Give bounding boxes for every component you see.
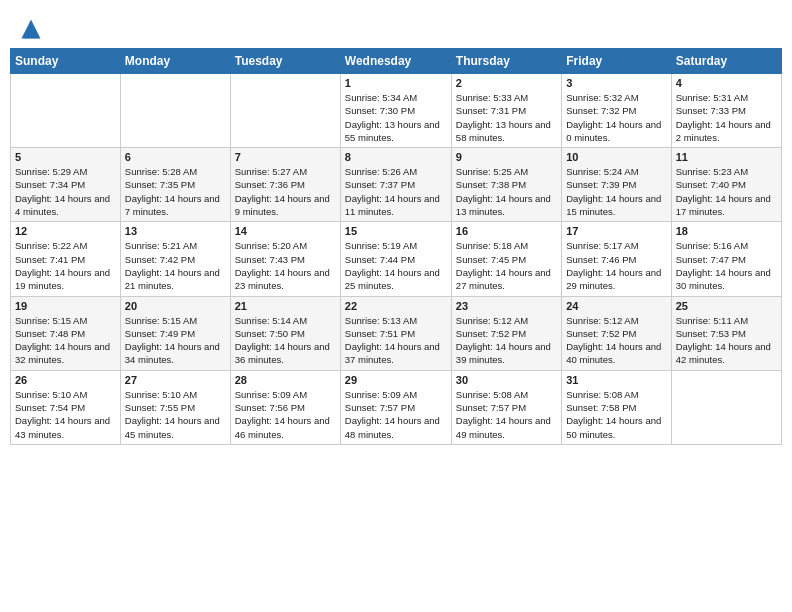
day-info: Sunrise: 5:25 AMSunset: 7:38 PMDaylight:… [456, 165, 557, 218]
day-info: Sunrise: 5:12 AMSunset: 7:52 PMDaylight:… [456, 314, 557, 367]
calendar-cell: 11Sunrise: 5:23 AMSunset: 7:40 PMDayligh… [671, 148, 781, 222]
day-number: 25 [676, 300, 777, 312]
calendar-cell: 4Sunrise: 5:31 AMSunset: 7:33 PMDaylight… [671, 74, 781, 148]
day-info: Sunrise: 5:15 AMSunset: 7:49 PMDaylight:… [125, 314, 226, 367]
day-info: Sunrise: 5:12 AMSunset: 7:52 PMDaylight:… [566, 314, 666, 367]
day-number: 13 [125, 225, 226, 237]
weekday-header: Friday [562, 49, 671, 74]
day-info: Sunrise: 5:10 AMSunset: 7:54 PMDaylight:… [15, 388, 116, 441]
day-info: Sunrise: 5:34 AMSunset: 7:30 PMDaylight:… [345, 91, 447, 144]
calendar-cell: 5Sunrise: 5:29 AMSunset: 7:34 PMDaylight… [11, 148, 121, 222]
day-number: 14 [235, 225, 336, 237]
calendar-cell: 31Sunrise: 5:08 AMSunset: 7:58 PMDayligh… [562, 370, 671, 444]
day-number: 20 [125, 300, 226, 312]
calendar-cell: 16Sunrise: 5:18 AMSunset: 7:45 PMDayligh… [451, 222, 561, 296]
calendar-cell: 23Sunrise: 5:12 AMSunset: 7:52 PMDayligh… [451, 296, 561, 370]
calendar-cell: 8Sunrise: 5:26 AMSunset: 7:37 PMDaylight… [340, 148, 451, 222]
calendar-cell: 26Sunrise: 5:10 AMSunset: 7:54 PMDayligh… [11, 370, 121, 444]
day-info: Sunrise: 5:18 AMSunset: 7:45 PMDaylight:… [456, 239, 557, 292]
calendar-cell: 12Sunrise: 5:22 AMSunset: 7:41 PMDayligh… [11, 222, 121, 296]
day-info: Sunrise: 5:22 AMSunset: 7:41 PMDaylight:… [15, 239, 116, 292]
weekday-header: Wednesday [340, 49, 451, 74]
calendar-cell: 13Sunrise: 5:21 AMSunset: 7:42 PMDayligh… [120, 222, 230, 296]
calendar-cell: 3Sunrise: 5:32 AMSunset: 7:32 PMDaylight… [562, 74, 671, 148]
calendar-cell: 19Sunrise: 5:15 AMSunset: 7:48 PMDayligh… [11, 296, 121, 370]
day-info: Sunrise: 5:33 AMSunset: 7:31 PMDaylight:… [456, 91, 557, 144]
calendar-cell: 20Sunrise: 5:15 AMSunset: 7:49 PMDayligh… [120, 296, 230, 370]
day-info: Sunrise: 5:17 AMSunset: 7:46 PMDaylight:… [566, 239, 666, 292]
day-number: 21 [235, 300, 336, 312]
calendar-cell: 29Sunrise: 5:09 AMSunset: 7:57 PMDayligh… [340, 370, 451, 444]
day-number: 5 [15, 151, 116, 163]
calendar-cell [120, 74, 230, 148]
day-info: Sunrise: 5:27 AMSunset: 7:36 PMDaylight:… [235, 165, 336, 218]
day-number: 29 [345, 374, 447, 386]
weekday-header: Tuesday [230, 49, 340, 74]
day-info: Sunrise: 5:09 AMSunset: 7:57 PMDaylight:… [345, 388, 447, 441]
calendar-cell: 10Sunrise: 5:24 AMSunset: 7:39 PMDayligh… [562, 148, 671, 222]
calendar-cell: 24Sunrise: 5:12 AMSunset: 7:52 PMDayligh… [562, 296, 671, 370]
day-number: 10 [566, 151, 666, 163]
day-info: Sunrise: 5:10 AMSunset: 7:55 PMDaylight:… [125, 388, 226, 441]
calendar-cell: 25Sunrise: 5:11 AMSunset: 7:53 PMDayligh… [671, 296, 781, 370]
day-number: 18 [676, 225, 777, 237]
day-number: 12 [15, 225, 116, 237]
day-info: Sunrise: 5:08 AMSunset: 7:58 PMDaylight:… [566, 388, 666, 441]
day-info: Sunrise: 5:11 AMSunset: 7:53 PMDaylight:… [676, 314, 777, 367]
calendar-cell: 17Sunrise: 5:17 AMSunset: 7:46 PMDayligh… [562, 222, 671, 296]
weekday-header: Thursday [451, 49, 561, 74]
day-number: 3 [566, 77, 666, 89]
calendar-cell [230, 74, 340, 148]
calendar-cell: 15Sunrise: 5:19 AMSunset: 7:44 PMDayligh… [340, 222, 451, 296]
day-number: 24 [566, 300, 666, 312]
day-number: 15 [345, 225, 447, 237]
day-info: Sunrise: 5:26 AMSunset: 7:37 PMDaylight:… [345, 165, 447, 218]
day-info: Sunrise: 5:19 AMSunset: 7:44 PMDaylight:… [345, 239, 447, 292]
day-number: 19 [15, 300, 116, 312]
weekday-header: Monday [120, 49, 230, 74]
calendar-table: SundayMondayTuesdayWednesdayThursdayFrid… [10, 48, 782, 445]
day-number: 27 [125, 374, 226, 386]
day-info: Sunrise: 5:16 AMSunset: 7:47 PMDaylight:… [676, 239, 777, 292]
day-info: Sunrise: 5:15 AMSunset: 7:48 PMDaylight:… [15, 314, 116, 367]
calendar-cell [671, 370, 781, 444]
day-info: Sunrise: 5:28 AMSunset: 7:35 PMDaylight:… [125, 165, 226, 218]
weekday-header: Saturday [671, 49, 781, 74]
day-number: 1 [345, 77, 447, 89]
calendar-cell: 9Sunrise: 5:25 AMSunset: 7:38 PMDaylight… [451, 148, 561, 222]
day-info: Sunrise: 5:24 AMSunset: 7:39 PMDaylight:… [566, 165, 666, 218]
day-info: Sunrise: 5:13 AMSunset: 7:51 PMDaylight:… [345, 314, 447, 367]
calendar-cell: 28Sunrise: 5:09 AMSunset: 7:56 PMDayligh… [230, 370, 340, 444]
day-number: 26 [15, 374, 116, 386]
day-info: Sunrise: 5:08 AMSunset: 7:57 PMDaylight:… [456, 388, 557, 441]
day-info: Sunrise: 5:20 AMSunset: 7:43 PMDaylight:… [235, 239, 336, 292]
day-number: 7 [235, 151, 336, 163]
day-number: 30 [456, 374, 557, 386]
logo-icon [20, 18, 42, 40]
day-info: Sunrise: 5:14 AMSunset: 7:50 PMDaylight:… [235, 314, 336, 367]
calendar-cell: 22Sunrise: 5:13 AMSunset: 7:51 PMDayligh… [340, 296, 451, 370]
calendar-cell: 30Sunrise: 5:08 AMSunset: 7:57 PMDayligh… [451, 370, 561, 444]
day-info: Sunrise: 5:23 AMSunset: 7:40 PMDaylight:… [676, 165, 777, 218]
day-info: Sunrise: 5:29 AMSunset: 7:34 PMDaylight:… [15, 165, 116, 218]
calendar-cell: 14Sunrise: 5:20 AMSunset: 7:43 PMDayligh… [230, 222, 340, 296]
page-header [10, 10, 782, 44]
calendar-cell: 21Sunrise: 5:14 AMSunset: 7:50 PMDayligh… [230, 296, 340, 370]
weekday-header: Sunday [11, 49, 121, 74]
day-number: 16 [456, 225, 557, 237]
calendar-cell: 18Sunrise: 5:16 AMSunset: 7:47 PMDayligh… [671, 222, 781, 296]
day-number: 8 [345, 151, 447, 163]
calendar-cell: 7Sunrise: 5:27 AMSunset: 7:36 PMDaylight… [230, 148, 340, 222]
day-info: Sunrise: 5:32 AMSunset: 7:32 PMDaylight:… [566, 91, 666, 144]
day-number: 23 [456, 300, 557, 312]
day-info: Sunrise: 5:09 AMSunset: 7:56 PMDaylight:… [235, 388, 336, 441]
day-number: 31 [566, 374, 666, 386]
day-number: 6 [125, 151, 226, 163]
day-number: 11 [676, 151, 777, 163]
calendar-cell: 1Sunrise: 5:34 AMSunset: 7:30 PMDaylight… [340, 74, 451, 148]
day-number: 17 [566, 225, 666, 237]
day-info: Sunrise: 5:31 AMSunset: 7:33 PMDaylight:… [676, 91, 777, 144]
day-number: 2 [456, 77, 557, 89]
calendar-cell: 27Sunrise: 5:10 AMSunset: 7:55 PMDayligh… [120, 370, 230, 444]
day-number: 9 [456, 151, 557, 163]
